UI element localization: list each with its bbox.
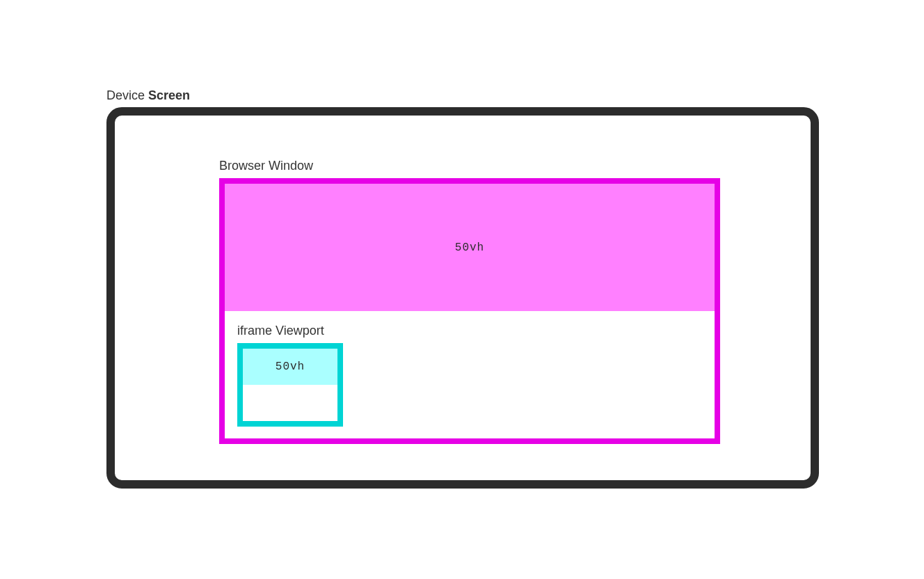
browser-window-box: 50vh iframe Viewport 50vh [219,178,720,444]
browser-label: Browser Window [219,159,313,173]
iframe-viewport-box: 50vh [237,343,343,427]
device-screen-box: Browser Window 50vh iframe Viewport 50vh [106,107,819,489]
iframe-bottom-half [243,385,337,421]
iframe-top-half: 50vh [243,349,337,385]
browser-label-bold: Window [269,159,313,173]
browser-bottom-half: iframe Viewport 50vh [225,311,715,438]
screen-label-prefix: Device [106,88,148,102]
screen-label-bold: Screen [148,88,190,102]
screen-label: Device Screen [106,88,819,103]
iframe-label: iframe Viewport [237,324,324,338]
browser-label-prefix: Browser [219,159,269,173]
browser-vh-text: 50vh [455,241,484,254]
iframe-label-bold: Viewport [276,324,324,338]
browser-top-half: 50vh [225,184,715,311]
iframe-label-prefix: iframe [237,324,276,338]
iframe-vh-text: 50vh [276,360,305,373]
diagram-container: Device Screen Browser Window 50vh iframe… [106,88,819,489]
